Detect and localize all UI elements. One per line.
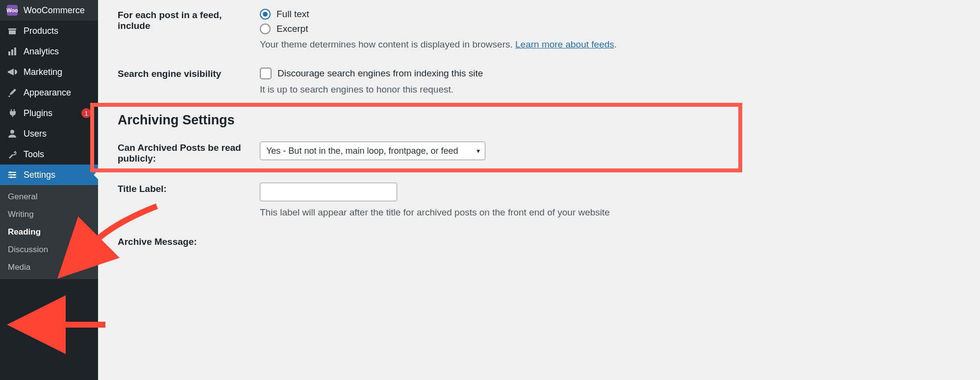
feed-include-label: For each post in a feed, include <box>118 0 255 59</box>
sidebar-item-users[interactable]: Users <box>0 123 98 144</box>
megaphone-icon <box>7 67 18 77</box>
select-value: Yes - But not in the, main loop, frontpa… <box>266 146 458 156</box>
users-icon <box>7 128 18 139</box>
sidebar-item-label: Marketing <box>24 67 91 77</box>
svg-rect-1 <box>9 30 16 34</box>
sidebar-item-label: Products <box>24 26 91 36</box>
radio-label: Full text <box>276 9 309 20</box>
wrench-icon <box>7 149 18 160</box>
archiving-settings-heading: Archiving Settings <box>118 113 960 128</box>
chevron-down-icon: ▾ <box>477 147 480 155</box>
sidebar-item-settings[interactable]: Settings <box>0 165 98 185</box>
submenu-item-reading[interactable]: Reading <box>0 223 98 241</box>
checkbox-label: Discourage search engines from indexing … <box>277 68 483 79</box>
sidebar-item-products[interactable]: Products <box>0 21 98 41</box>
submenu-item-writing[interactable]: Writing <box>0 206 98 223</box>
settings-form-table: For each post in a feed, include Full te… <box>118 0 960 104</box>
submenu-item-media[interactable]: Media <box>0 259 98 276</box>
svg-rect-2 <box>8 51 10 55</box>
feed-fulltext-option[interactable]: Full text <box>260 9 955 20</box>
sidebar-item-woocommerce[interactable]: Woo WooCommerce <box>0 0 98 21</box>
bar-chart-icon <box>7 46 18 57</box>
plug-icon <box>7 108 18 119</box>
sidebar-item-label: Analytics <box>24 47 91 57</box>
sidebar-item-label: Appearance <box>24 88 91 98</box>
svg-point-9 <box>9 171 11 173</box>
svg-point-5 <box>10 130 14 134</box>
sidebar-item-label: Settings <box>24 170 91 180</box>
svg-rect-3 <box>11 49 13 55</box>
brush-icon <box>7 87 18 98</box>
sidebar-item-label: Plugins <box>24 108 75 119</box>
svg-rect-0 <box>8 28 16 30</box>
archived-title-helper: This label will appear after the title f… <box>260 207 955 218</box>
sidebar-item-appearance[interactable]: Appearance <box>0 82 98 103</box>
archived-title-input[interactable] <box>260 183 397 201</box>
sidebar-item-analytics[interactable]: Analytics <box>0 41 98 62</box>
update-count-badge: 1 <box>81 108 91 118</box>
submenu-item-discussion[interactable]: Discussion <box>0 241 98 259</box>
discourage-indexing-option[interactable]: Discourage search engines from indexing … <box>260 68 955 79</box>
archive-icon <box>7 25 18 36</box>
sidebar-item-label: Tools <box>24 149 91 160</box>
svg-point-11 <box>10 176 12 178</box>
radio-label: Excerpt <box>276 24 308 34</box>
svg-point-10 <box>13 174 15 176</box>
search-visibility-helper: It is up to search engines to honor this… <box>260 84 955 95</box>
radio-icon <box>260 24 271 34</box>
archiving-form-table: Can Archived Posts be read publicly: Yes… <box>118 133 960 257</box>
feed-excerpt-option[interactable]: Excerpt <box>260 24 955 34</box>
archived-public-label: Can Archived Posts be read publicly: <box>118 133 255 174</box>
woo-icon: Woo <box>7 5 18 16</box>
radio-icon <box>260 9 271 20</box>
sidebar-item-marketing[interactable]: Marketing <box>0 62 98 82</box>
sidebar-item-tools[interactable]: Tools <box>0 144 98 165</box>
sidebar-item-label: Users <box>24 129 91 139</box>
checkbox-icon <box>260 68 272 79</box>
sidebar-item-label: WooCommerce <box>24 5 91 16</box>
archived-title-label: Title Label: <box>118 174 255 227</box>
archived-public-select[interactable]: Yes - But not in the, main loop, frontpa… <box>260 142 485 160</box>
admin-sidebar: Woo WooCommerce Products Analytics Marke… <box>0 0 98 380</box>
submenu-item-general[interactable]: General <box>0 188 98 206</box>
archive-message-label: Archive Message: <box>118 227 255 257</box>
svg-rect-4 <box>14 48 16 55</box>
learn-more-feeds-link[interactable]: Learn more about feeds <box>515 39 614 49</box>
settings-submenu: General Writing Reading Discussion Media <box>0 185 98 279</box>
feed-helper-text: Your theme determines how content is dis… <box>260 39 955 50</box>
sidebar-item-plugins[interactable]: Plugins 1 <box>0 103 98 123</box>
sliders-icon <box>7 169 18 180</box>
settings-reading-page: For each post in a feed, include Full te… <box>98 0 980 380</box>
search-visibility-label: Search engine visibility <box>118 59 255 104</box>
